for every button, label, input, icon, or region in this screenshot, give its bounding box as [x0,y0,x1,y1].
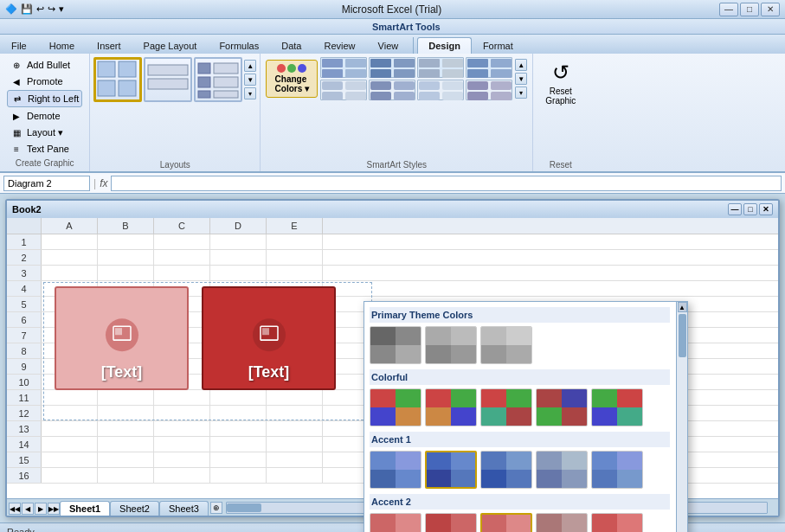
prev-sheet-button[interactable]: ◀ [22,503,34,515]
primary-swatch-3[interactable] [480,326,532,364]
colorful-swatch-5[interactable] [591,388,643,426]
style-item-6[interactable] [369,80,415,100]
tab-insert[interactable]: Insert [86,37,132,54]
add-bullet-button[interactable]: ⊕ Add Bullet [7,57,82,73]
colorful-swatch-3[interactable] [480,388,532,426]
panel-scrollbar[interactable]: ▲ ▼ ⋯ [676,302,687,532]
svg-rect-14 [345,59,366,67]
customize-icon[interactable]: ▾ [59,3,64,15]
style-item-4[interactable] [466,57,512,78]
svg-rect-43 [491,92,512,100]
layout-item-2[interactable] [144,57,192,102]
colorful-swatch-4[interactable] [536,388,588,426]
accent2-swatch-3[interactable] [480,513,532,532]
layout-item-3[interactable] [194,57,242,102]
reset-graphic-button[interactable]: ↺ ResetGraphic [540,57,581,109]
demote-button[interactable]: ▶ Demote [7,108,82,124]
row-1: 1 [7,234,778,250]
sheet-tab-3[interactable]: Sheet3 [159,501,209,516]
accent1-swatch-1[interactable] [370,451,421,489]
formula-input[interactable] [111,176,782,191]
change-colors-button[interactable]: ChangeColors ▾ [266,60,318,98]
name-box[interactable] [3,176,90,191]
sheet-close[interactable]: ✕ [759,203,773,215]
tab-file[interactable]: File [0,37,38,54]
accent1-swatch-5[interactable] [591,451,643,489]
style-item-5[interactable] [320,80,367,100]
title-bar: 🔷 💾 ↩ ↪ ▾ Microsoft Excel (Trial) — □ ✕ [0,0,785,19]
sheet-maximize[interactable]: □ [743,203,757,215]
tab-data[interactable]: Data [270,37,312,54]
text-pane-button[interactable]: ≡ Text Pane [7,141,82,157]
create-graphic-section: ⊕ Add Bullet ◀ Promote ⇄ Right to Left ▶… [0,54,90,171]
right-to-left-button[interactable]: ⇄ Right to Left [7,90,82,107]
smartart-item-2[interactable]: [Text] [202,286,336,390]
accent1-swatch-3[interactable] [480,451,532,489]
styles-scroll-more[interactable]: ▾ [515,87,527,99]
scroll-up-btn[interactable]: ▲ [678,302,687,312]
styles-scroll-down[interactable]: ▼ [515,73,527,85]
colorful-swatch-1[interactable] [370,388,421,426]
redo-icon[interactable]: ↪ [48,3,55,15]
svg-rect-38 [442,81,463,90]
last-sheet-button[interactable]: ▶▶ [48,503,60,515]
style-item-7[interactable] [417,80,464,100]
svg-rect-4 [148,65,188,75]
layouts-scroll-down[interactable]: ▼ [244,74,256,86]
layout-item-1[interactable] [93,57,142,102]
tab-formulas[interactable]: Formulas [208,37,270,54]
create-graphic-label: Create Graphic [7,157,82,168]
svg-rect-15 [345,69,366,78]
sheet-tab-2[interactable]: Sheet2 [110,501,159,516]
accent2-swatch-1[interactable] [370,513,421,532]
primary-swatch-2[interactable] [425,326,477,364]
promote-button[interactable]: ◀ Promote [7,74,82,89]
svg-rect-23 [442,69,463,78]
svg-rect-8 [198,91,210,98]
styles-scroll-up[interactable]: ▲ [515,59,527,71]
sheet-title: Book2 [12,204,42,215]
accent1-swatch-4[interactable] [536,451,588,489]
sheet-minimize[interactable]: — [728,203,742,215]
layouts-scroll-up[interactable]: ▲ [244,60,256,72]
smartart-item-1[interactable]: [Text] [55,286,189,390]
quick-access: 🔷 💾 ↩ ↪ ▾ [5,3,64,15]
close-button[interactable]: ✕ [761,3,780,16]
tab-review[interactable]: Review [312,37,366,54]
smartart-container[interactable]: [Text] [Text] [43,282,372,420]
svg-rect-25 [467,69,488,78]
tab-view[interactable]: View [367,37,410,54]
accent2-swatch-5[interactable] [591,513,643,532]
svg-rect-16 [370,59,391,67]
accent2-swatch-2[interactable] [425,513,477,532]
tab-page-layout[interactable]: Page Layout [132,37,209,54]
maximize-button[interactable]: □ [740,3,759,16]
style-item-8[interactable] [466,80,512,100]
tab-format[interactable]: Format [472,37,524,54]
tab-design[interactable]: Design [417,37,472,54]
colorful-swatch-2[interactable] [425,388,477,426]
sheet-tab-1[interactable]: Sheet1 [60,501,110,516]
minimize-button[interactable]: — [719,3,738,16]
add-bullet-label: Add Bullet [27,60,70,70]
layout-button[interactable]: ▦ Layout ▾ [7,125,82,140]
promote-label: Promote [27,76,63,87]
layouts-scroll-more[interactable]: ▾ [244,87,256,99]
style-item-1[interactable] [320,57,367,78]
style-item-3[interactable] [417,57,464,78]
undo-icon[interactable]: ↩ [36,3,44,15]
primary-swatch-1[interactable] [370,326,421,364]
svg-rect-7 [198,77,210,87]
accent2-swatch-4[interactable] [536,513,588,532]
col-header-d: D [210,218,267,234]
style-item-2[interactable] [369,57,415,78]
accent1-grid [370,451,670,489]
next-sheet-button[interactable]: ▶ [35,503,47,515]
accent1-swatch-2[interactable] [425,451,477,489]
first-sheet-button[interactable]: ◀◀ [9,503,21,515]
quick-save-icon[interactable]: 💾 [21,3,33,15]
tab-home[interactable]: Home [38,37,86,54]
create-graphic-items: ⊕ Add Bullet ◀ Promote ⇄ Right to Left ▶… [7,57,82,157]
insert-sheet-button[interactable]: ⊕ [210,502,222,514]
colorful-section: Colorful [370,369,670,426]
